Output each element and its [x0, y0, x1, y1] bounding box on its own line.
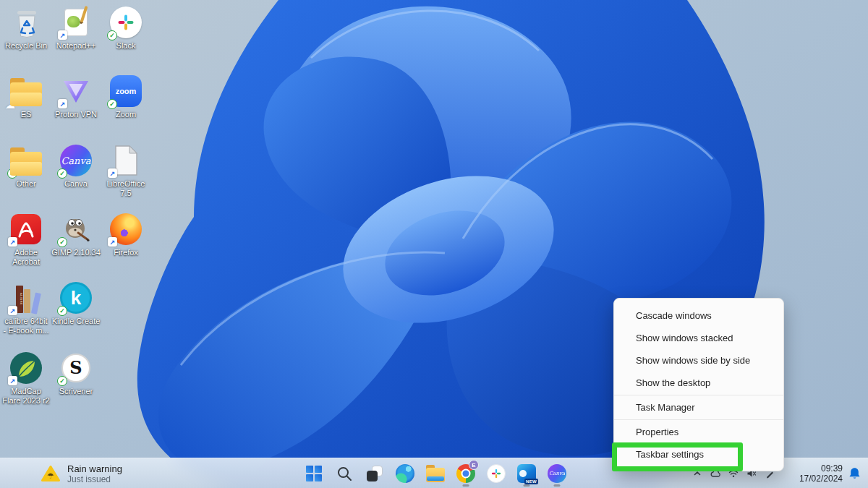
libreoffice-icon: ↗	[109, 144, 142, 177]
menu-item-properties[interactable]: Properties	[614, 421, 783, 443]
desktop-icon-scrivener[interactable]: S ✓ Scrivener	[46, 351, 106, 396]
shortcut-arrow-icon: ↗	[8, 237, 17, 247]
menu-item-show-windows-side-by-side[interactable]: Show windows side by side	[614, 349, 783, 372]
desktop-icon-libreoffice[interactable]: ↗ LibreOffice7.5	[95, 144, 156, 198]
file-explorer-icon	[426, 468, 445, 482]
taskbar-context-menu: Cascade windows Show windows stacked Sho…	[613, 298, 784, 471]
start-button[interactable]	[299, 459, 328, 488]
shortcut-arrow-icon: ↗	[8, 376, 17, 385]
adobe-acrobat-icon: ↗	[9, 213, 43, 246]
weather-title: Rain warning	[67, 463, 122, 474]
outlook-new-icon: NEW	[517, 464, 536, 483]
weather-warning-icon: ☂	[41, 465, 61, 483]
menu-item-taskbar-settings[interactable]: Taskbar settings	[614, 443, 783, 466]
folder-icon: ✓	[9, 144, 43, 177]
desktop-icon-zoom[interactable]: zoom ✓ Zoom	[95, 74, 156, 119]
edge-icon	[396, 464, 414, 483]
weather-widget[interactable]: ☂ Rain warning Just issued	[35, 458, 128, 488]
weather-subtitle: Just issued	[67, 474, 122, 484]
canva-icon: Canva	[548, 464, 566, 483]
search-icon	[336, 466, 352, 481]
chrome-profile-badge: E	[469, 460, 479, 470]
windows-logo-icon	[306, 466, 322, 481]
notification-bell-icon[interactable]	[848, 467, 861, 480]
madcap-flare-icon: ↗	[9, 351, 43, 385]
folder-icon: ☁	[9, 74, 43, 108]
scrivener-icon: S ✓	[59, 351, 93, 385]
clock-date: 17/02/2024	[799, 474, 843, 484]
menu-item-show-windows-stacked[interactable]: Show windows stacked	[614, 327, 783, 349]
sync-check-icon: ✓	[107, 99, 117, 109]
slack-icon: ✓	[109, 6, 142, 39]
firefox-icon: ↗	[109, 213, 142, 246]
taskbar-outlook-button[interactable]: NEW	[512, 459, 541, 488]
menu-separator	[614, 419, 783, 420]
task-view-button[interactable]	[360, 459, 389, 488]
proton-vpn-icon: ↗	[59, 74, 93, 108]
menu-item-show-the-desktop[interactable]: Show the desktop	[614, 372, 783, 394]
task-view-icon	[367, 466, 383, 481]
sync-check-icon: ✓	[57, 168, 67, 179]
menu-item-task-manager[interactable]: Task Manager	[614, 396, 783, 419]
svg-text:☂: ☂	[47, 471, 54, 480]
outlook-new-badge: NEW	[524, 479, 538, 484]
recycle-bin-icon	[9, 6, 43, 39]
notepad-plus-plus-icon: ↗	[59, 6, 93, 39]
search-button[interactable]	[330, 459, 359, 488]
shortcut-arrow-icon: ↗	[108, 168, 117, 178]
calibre-icon: ALIBRE ↗	[9, 281, 43, 314]
zoom-icon: zoom ✓	[109, 74, 142, 108]
menu-separator	[614, 395, 783, 395]
shortcut-arrow-icon: ↗	[58, 30, 67, 40]
taskbar-chrome-button[interactable]: E	[451, 459, 480, 488]
clock-time: 09:39	[799, 463, 843, 474]
running-indicator	[554, 484, 561, 487]
running-indicator	[463, 484, 469, 487]
taskbar-canva-button[interactable]: Canva	[542, 459, 571, 488]
desktop-icon-slack[interactable]: ✓ Slack	[95, 6, 156, 51]
menu-item-cascade-windows[interactable]: Cascade windows	[614, 304, 783, 327]
sync-check-icon: ✓	[107, 30, 117, 40]
sync-check-icon: ✓	[57, 237, 67, 247]
sync-check-icon: ✓	[57, 376, 67, 386]
gimp-icon: ✓	[59, 213, 93, 246]
shortcut-arrow-icon: ↗	[58, 99, 67, 108]
clock-area[interactable]: 09:39 17/02/2024	[799, 458, 861, 488]
taskbar-edge-button[interactable]	[391, 459, 420, 488]
windows-desktop: Recycle Bin ↗ Notepad++ ✓ Slack ☁	[0, 0, 868, 488]
canva-icon: Canva ✓	[59, 144, 93, 177]
sync-check-icon: ✓	[57, 306, 67, 316]
taskbar-file-explorer-button[interactable]	[421, 459, 450, 488]
slack-icon	[487, 464, 506, 483]
taskbar-slack-button[interactable]	[482, 459, 511, 488]
running-indicator	[524, 484, 530, 487]
shortcut-arrow-icon: ↗	[108, 237, 117, 247]
shortcut-arrow-icon: ↗	[8, 306, 17, 315]
kindle-create-icon: k ✓	[59, 281, 93, 314]
desktop-icon-kindle-create[interactable]: k ✓ Kindle Create	[46, 281, 106, 326]
desktop-icon-firefox[interactable]: ↗ Firefox	[95, 213, 156, 257]
